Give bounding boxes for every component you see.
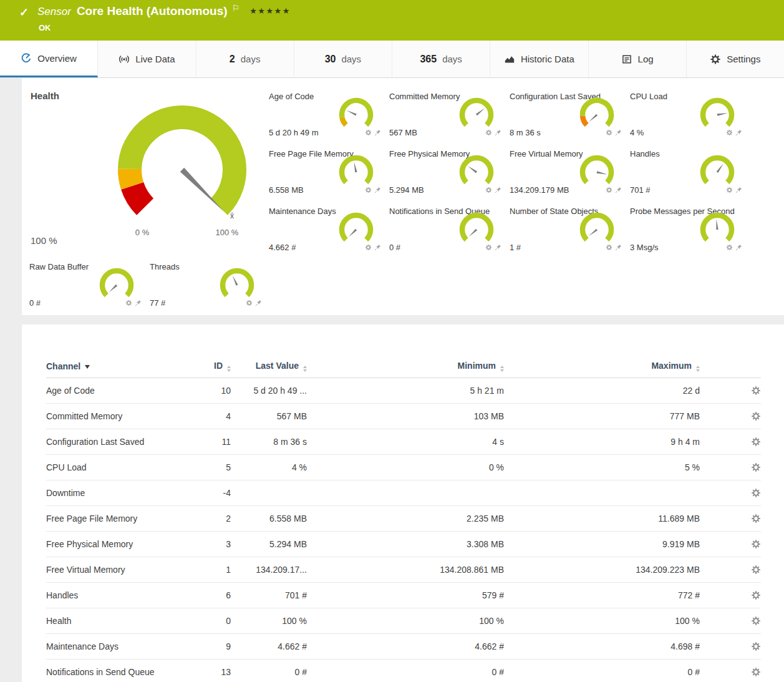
gauge-card-handles: Handles701 # (630, 149, 750, 207)
gear-icon[interactable] (606, 129, 612, 136)
tab-live-data[interactable]: Live Data (98, 41, 196, 77)
tab-log[interactable]: Log (589, 41, 687, 77)
gear-icon[interactable] (365, 129, 372, 136)
table-row-configuration-last-saved[interactable]: Configuration Last Saved118 m 36 s4 s9 h… (46, 429, 761, 455)
tab-2-days[interactable]: 2days (196, 41, 294, 77)
table-row-committed-memory[interactable]: Committed Memory4567 MB103 MB777 MB (46, 404, 761, 429)
gauge-actions (606, 244, 622, 251)
column-header-id[interactable]: ID (203, 361, 231, 372)
pin-icon[interactable] (735, 244, 742, 251)
mean-marker: x̄ (230, 212, 234, 220)
channel-settings-gear-icon[interactable] (751, 641, 761, 651)
channel-settings-gear-icon[interactable] (751, 616, 761, 626)
gear-icon[interactable] (726, 187, 733, 193)
table-row-notifications-in-send-queue[interactable]: Notifications in Send Queue130 #0 #0 # (46, 660, 761, 682)
gauge-actions (246, 300, 262, 306)
gear-icon[interactable] (365, 187, 372, 193)
cell-id: -4 (203, 488, 231, 498)
table-row-downtime[interactable]: Downtime-4 (46, 480, 761, 506)
channel-settings-gear-icon[interactable] (751, 411, 761, 421)
cell-channel: Free Virtual Memory (46, 565, 203, 575)
tab-365-days[interactable]: 365days (392, 41, 490, 77)
pin-icon[interactable] (615, 187, 622, 193)
pin-icon[interactable] (495, 244, 501, 251)
tab-label: Historic Data (521, 54, 574, 64)
channel-settings-gear-icon[interactable] (751, 462, 761, 472)
column-header-channel[interactable]: Channel (46, 361, 203, 371)
table-row-handles[interactable]: Handles6701 #579 #772 # (46, 583, 761, 608)
cell-last-value: 567 MB (231, 411, 307, 421)
pin-icon[interactable] (495, 187, 501, 193)
cell-id: 13 (203, 667, 231, 677)
pin-icon[interactable] (735, 187, 742, 193)
column-label: Minimum (458, 361, 496, 371)
channel-settings-cell (700, 590, 761, 600)
cell-id: 1 (203, 565, 231, 575)
column-header-maximum[interactable]: Maximum (504, 361, 700, 372)
tab-bar: OverviewLive Data2days30days365daysHisto… (0, 41, 784, 78)
cell-last-value: 4 % (231, 462, 307, 472)
flag-icon[interactable]: ⚐ (232, 3, 240, 13)
pin-icon[interactable] (374, 244, 381, 251)
mini-gauge-bottom-row: Raw Data Buffer0 #Threads77 # (29, 262, 270, 319)
gear-icon[interactable] (606, 244, 612, 251)
cell-last-value: 6.558 MB (231, 514, 307, 524)
cell-minimum: 0 % (307, 462, 504, 472)
channel-settings-gear-icon[interactable] (751, 514, 761, 524)
table-row-age-of-code[interactable]: Age of Code105 d 20 h 49 ...5 h 21 m22 d (46, 378, 761, 404)
pin-icon[interactable] (735, 129, 742, 136)
channel-settings-gear-icon[interactable] (751, 565, 761, 575)
priority-stars[interactable]: ★★★★★ (249, 6, 291, 16)
gauge-card-age-of-code: Age of Code5 d 20 h 49 m (269, 92, 389, 149)
pin-icon[interactable] (135, 300, 142, 306)
channel-settings-gear-icon[interactable] (751, 488, 761, 498)
table-row-maintenance-days[interactable]: Maintenance Days94.662 #4.662 #4.698 # (46, 634, 761, 660)
gear-icon[interactable] (365, 244, 372, 251)
tab-label: days (442, 54, 462, 64)
gear-icon[interactable] (726, 244, 733, 251)
table-row-free-page-file-memory[interactable]: Free Page File Memory26.558 MB2.235 MB11… (46, 506, 761, 532)
channel-settings-gear-icon[interactable] (751, 539, 761, 549)
gear-icon[interactable] (125, 300, 132, 306)
pin-icon[interactable] (495, 129, 501, 136)
gear-icon[interactable] (485, 187, 492, 193)
table-row-cpu-load[interactable]: CPU Load54 %0 %5 % (46, 455, 761, 480)
sort-toggle-icon (696, 366, 700, 372)
tab-overview[interactable]: Overview (0, 41, 98, 77)
table-row-free-virtual-memory[interactable]: Free Virtual Memory1134.209.17...134.208… (46, 557, 761, 583)
tab-30-days[interactable]: 30days (294, 41, 392, 77)
gear-icon[interactable] (726, 129, 733, 136)
tab-historic-data[interactable]: Historic Data (490, 41, 588, 77)
column-header-last-value[interactable]: Last Value (231, 361, 307, 372)
historic-data-icon (504, 54, 515, 65)
cell-last-value: 0 # (231, 667, 307, 677)
health-gauge-value: 100 % (31, 235, 57, 246)
pin-icon[interactable] (255, 300, 262, 306)
cell-id: 5 (203, 462, 231, 472)
table-row-health[interactable]: Health0100 %100 %100 % (46, 608, 761, 634)
channel-settings-gear-icon[interactable] (751, 437, 761, 447)
pin-icon[interactable] (615, 129, 622, 136)
gauge-card-raw-data-buffer: Raw Data Buffer0 # (29, 262, 150, 319)
cell-maximum: 11.689 MB (504, 514, 700, 524)
channel-settings-gear-icon[interactable] (751, 667, 761, 677)
pin-icon[interactable] (374, 187, 381, 193)
channel-settings-cell (700, 641, 761, 651)
gear-icon[interactable] (485, 244, 492, 251)
cell-maximum: 9.919 MB (504, 539, 700, 549)
gear-icon[interactable] (485, 129, 492, 136)
cell-last-value: 5.294 MB (231, 539, 307, 549)
table-row-free-physical-memory[interactable]: Free Physical Memory35.294 MB3.308 MB9.9… (46, 532, 761, 557)
gauge-actions (485, 187, 501, 193)
channel-settings-gear-icon[interactable] (751, 590, 761, 600)
column-label: Maximum (651, 361, 692, 371)
column-header-minimum[interactable]: Minimum (307, 361, 504, 372)
pin-icon[interactable] (615, 244, 622, 251)
channel-settings-gear-icon[interactable] (751, 386, 761, 396)
tab-settings[interactable]: Settings (687, 41, 784, 77)
gear-icon[interactable] (606, 187, 612, 193)
gear-icon[interactable] (246, 300, 253, 306)
pin-icon[interactable] (374, 129, 381, 136)
gauge-value: 6.558 MB (269, 185, 304, 195)
cell-minimum: 134.208.861 MB (307, 565, 504, 575)
